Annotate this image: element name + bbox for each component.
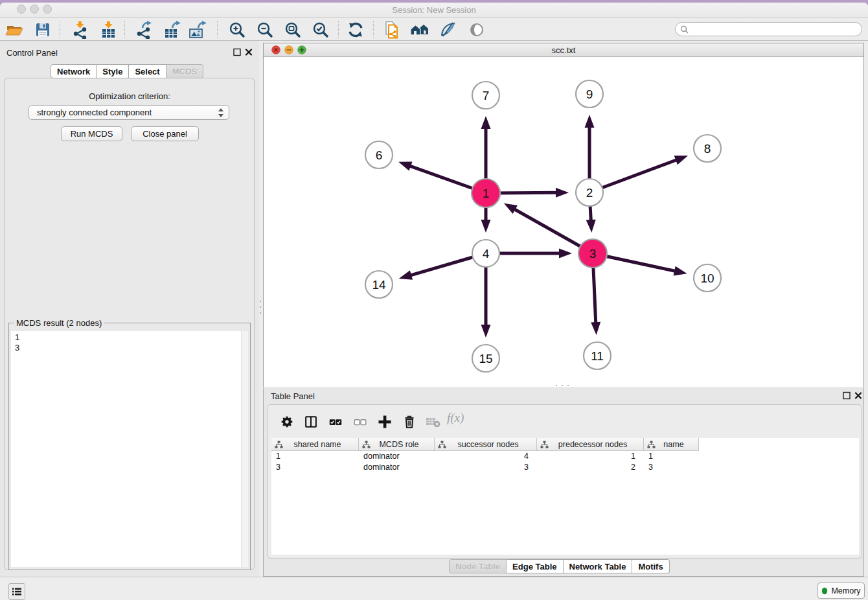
titlebar[interactable]: Session: New Session — [0, 3, 868, 18]
graph-node-label-14: 14 — [372, 278, 386, 292]
tab-select[interactable]: Select — [129, 64, 166, 78]
network-window-titlebar[interactable]: scc.txt — [264, 43, 863, 57]
export-network-button[interactable] — [133, 20, 154, 40]
deselect-all-rows-button[interactable] — [350, 412, 370, 432]
graph-edge-arrow-3-11 — [591, 322, 600, 335]
table-panel-close-icon[interactable] — [854, 391, 863, 400]
mcds-result-title: MCDS result (2 nodes) — [14, 318, 104, 328]
run-mcds-button[interactable]: Run MCDS — [61, 126, 122, 141]
column-header-successor-nodes[interactable]: successor nodes — [435, 438, 537, 451]
columns-icon — [303, 414, 319, 430]
pane-divider-handle-horizontal[interactable] — [556, 384, 569, 387]
graph-edge-arrow-1-4 — [481, 220, 491, 233]
graph-node-label-15: 15 — [479, 352, 492, 365]
table-panel-float-icon[interactable] — [842, 391, 851, 400]
select-all-rows-button[interactable] — [326, 412, 345, 432]
zoom-fit-button[interactable] — [282, 20, 303, 40]
graph-node-label-11: 11 — [591, 349, 604, 363]
task-list-icon — [12, 586, 22, 597]
graph-node-label-3: 3 — [589, 247, 597, 260]
column-header-predecessor-nodes[interactable]: predecessor nodes — [537, 438, 644, 451]
column-header-shared-name[interactable]: shared name — [271, 438, 359, 451]
add-column-button[interactable] — [375, 412, 394, 432]
table-tab-network-table[interactable]: Network Table — [564, 559, 633, 573]
table-tab-edge-table[interactable]: Edge Table — [507, 559, 563, 573]
mcds-result-box: MCDS result (2 nodes) 1 3 — [8, 323, 251, 570]
zoom-selected-button[interactable] — [310, 20, 331, 40]
table-tab-motifs[interactable]: Motifs — [632, 559, 669, 573]
toggle-birds-eye-view-button[interactable] — [466, 20, 487, 40]
control-panel-float-icon[interactable] — [233, 48, 242, 56]
open-session-button[interactable] — [4, 20, 25, 40]
export-table-icon — [163, 21, 181, 39]
delete-table-icon — [425, 414, 442, 430]
import-network-button[interactable] — [70, 20, 91, 40]
graphics-details-icon — [439, 21, 457, 38]
zoom-out-button[interactable] — [255, 20, 275, 40]
save-session-button[interactable] — [32, 20, 53, 40]
pane-divider-handle[interactable] — [258, 301, 262, 314]
cell: 3 — [271, 462, 359, 473]
export-image-button[interactable] — [187, 20, 208, 40]
table-panel: Table Panel f(x) — [263, 387, 864, 577]
graph-edge-arrow-3-1 — [504, 203, 518, 214]
mcds-result-area[interactable]: 1 3 — [11, 331, 248, 567]
graph-edge-arrow-1-6 — [398, 161, 412, 170]
column-header-mcds-role[interactable]: MCDS role — [359, 438, 435, 451]
table-row-1[interactable]: 1dominator411 — [271, 451, 699, 462]
table-panel-tabs: Node TableEdge TableNetwork TableMotifs — [449, 559, 670, 573]
cell: 2 — [537, 462, 644, 473]
new-network-from-selection-button[interactable] — [381, 20, 402, 40]
table-panel-title: Table Panel — [271, 391, 315, 401]
function-builder-button[interactable]: f(x) — [447, 411, 464, 425]
plus-icon — [376, 413, 393, 430]
tab-style[interactable]: Style — [97, 64, 129, 78]
column-header-name[interactable]: name — [644, 438, 699, 451]
result-scrollbar[interactable] — [241, 331, 248, 567]
import-table-button[interactable] — [98, 20, 119, 40]
criterion-select[interactable]: strongly connected component — [29, 105, 229, 120]
refresh-view-button[interactable] — [345, 20, 366, 40]
window-title: Session: New Session — [0, 5, 868, 15]
status-bar: Memory — [0, 577, 868, 600]
table-tab-node-table[interactable]: Node Table — [449, 559, 507, 573]
graph-edge-arrow-4-15 — [481, 325, 491, 338]
app-window: Session: New Session — [0, 3, 868, 600]
cell: 3 — [644, 462, 699, 473]
toggle-graphics-details-button[interactable] — [438, 20, 459, 40]
export-table-button[interactable] — [162, 20, 183, 40]
column-view-button[interactable] — [301, 412, 321, 432]
graph-edge-arrow-4-3 — [559, 249, 572, 259]
graph-node-label-6: 6 — [376, 148, 383, 162]
control-panel-tabs: NetworkStyleSelectMCDS — [51, 64, 203, 78]
memory-button[interactable]: Memory — [817, 583, 865, 599]
graph-node-label-10: 10 — [700, 271, 714, 285]
control-panel-close-icon[interactable] — [244, 48, 253, 56]
zoom-in-button[interactable] — [227, 20, 247, 40]
column-type-icon — [438, 441, 446, 448]
zoom-in-icon — [229, 21, 246, 38]
network-canvas[interactable]: 7968124314101511 — [264, 58, 863, 387]
refresh-icon — [347, 21, 364, 38]
task-history-button[interactable] — [8, 583, 25, 600]
graph-edge-arrow-1-2 — [556, 188, 569, 198]
cell: 3 — [435, 462, 537, 473]
graph-edge-arrow-4-14 — [399, 270, 413, 279]
cell: dominator — [359, 451, 435, 462]
graph-node-label-1: 1 — [483, 187, 490, 200]
graph-node-label-8: 8 — [704, 142, 711, 156]
tab-network[interactable]: Network — [51, 64, 97, 78]
table-header-row: shared nameMCDS rolesuccessor nodesprede… — [271, 438, 699, 451]
tab-mcds[interactable]: MCDS — [166, 64, 203, 78]
table-row-3[interactable]: 3dominator323 — [271, 462, 699, 473]
select-all-icon — [328, 414, 343, 430]
close-panel-button[interactable]: Close panel — [131, 126, 199, 141]
table-settings-button[interactable] — [277, 412, 297, 432]
show-all-networks-button[interactable] — [409, 20, 430, 40]
graph-edge-arrow-2-3 — [586, 220, 596, 233]
column-type-icon — [275, 441, 283, 448]
graph-edge-arrow-2-9 — [585, 115, 595, 128]
delete-column-button[interactable] — [400, 412, 419, 432]
delete-table-button[interactable] — [424, 412, 443, 432]
search-field[interactable] — [675, 22, 862, 36]
